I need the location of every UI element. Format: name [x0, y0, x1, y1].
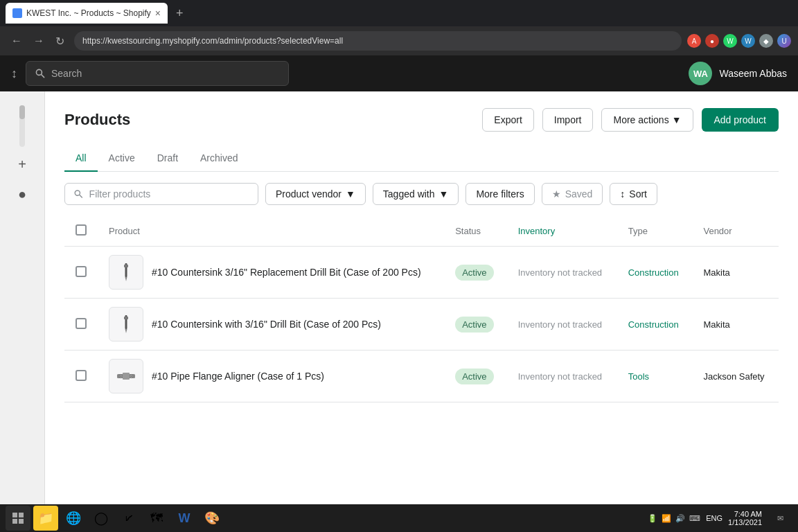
word-icon[interactable]: W — [741, 34, 755, 48]
product-name[interactable]: #10 Pipe Flange Aligner (Case of 1 Pcs) — [152, 371, 324, 382]
tabs-bar: All Active Draft Archived — [64, 145, 779, 172]
row-type-cell: Tools — [617, 351, 693, 402]
sidebar: + ● — [0, 91, 45, 504]
tagged-with-filter-button[interactable]: Tagged with ▼ — [373, 183, 459, 205]
search-placeholder: Search — [51, 68, 82, 79]
row-type-cell: Construction — [617, 247, 693, 299]
browser-tab[interactable]: KWEST Inc. ~ Products ~ Shopify × — [6, 3, 168, 24]
table-row: #10 Countersink 3/16" Replacement Drill … — [64, 247, 779, 299]
close-tab-button[interactable]: × — [155, 8, 161, 19]
col-header-product: Product — [98, 216, 444, 247]
tab-draft[interactable]: Draft — [146, 145, 189, 172]
sidebar-add-icon[interactable]: + — [14, 152, 30, 177]
vendor-text: Makita — [703, 319, 729, 330]
type-link[interactable]: Construction — [628, 267, 679, 278]
favicon-icon — [12, 8, 22, 18]
profile-icon[interactable]: U — [777, 34, 791, 48]
tab-archived[interactable]: Archived — [189, 145, 249, 172]
row-inventory-cell: Inventory not tracked — [507, 247, 617, 299]
product-thumbnail — [109, 359, 143, 393]
vendor-text: Jackson Safety — [703, 371, 764, 382]
row-status-cell: Active — [444, 351, 507, 402]
more-actions-button[interactable]: More actions ▼ — [601, 108, 693, 132]
abp-icon[interactable]: A — [687, 34, 701, 48]
filter-search-container[interactable] — [64, 183, 258, 205]
addon-icon[interactable]: ● — [705, 34, 719, 48]
whatsapp-icon[interactable]: W — [723, 34, 737, 48]
forward-button[interactable]: → — [29, 32, 48, 51]
sidebar-scrollbar[interactable] — [19, 105, 25, 147]
row-status-cell: Active — [444, 247, 507, 299]
search-icon — [73, 188, 84, 200]
row-checkbox[interactable] — [76, 318, 87, 329]
export-button[interactable]: Export — [482, 108, 533, 132]
product-thumbnail — [109, 255, 143, 290]
product-vendor-label: Product vendor — [276, 188, 342, 200]
svg-rect-5 — [124, 317, 128, 319]
product-name[interactable]: #10 Countersink with 3/16" Drill Bit (Ca… — [152, 319, 381, 330]
col-header-vendor: Vendor — [692, 216, 779, 247]
row-vendor-cell: Makita — [692, 247, 779, 299]
product-name[interactable]: #10 Countersink 3/16" Replacement Drill … — [152, 267, 421, 278]
extension-icon[interactable]: ◆ — [759, 34, 773, 48]
chevron-down-icon: ▼ — [346, 188, 355, 200]
table-row: #10 Countersink with 3/16" Drill Bit (Ca… — [64, 299, 779, 351]
address-text: https://kwestsourcing.myshopify.com/admi… — [82, 36, 343, 46]
address-bar[interactable]: https://kwestsourcing.myshopify.com/admi… — [74, 31, 682, 51]
new-tab-button[interactable]: + — [172, 6, 188, 21]
select-all-checkbox[interactable] — [76, 224, 87, 236]
chevron-down-icon: ▼ — [672, 114, 682, 125]
row-status-cell: Active — [444, 299, 507, 351]
shopify-search-bar[interactable]: Search — [26, 61, 289, 86]
page-header: Products Export Import More actions ▼ Ad… — [64, 108, 779, 132]
status-badge: Active — [455, 369, 493, 384]
main-layout: + ● Products Export Import More actions … — [0, 91, 798, 504]
username: Waseem Abbas — [719, 68, 787, 79]
row-inventory-cell: Inventory not tracked — [507, 299, 617, 351]
search-icon — [35, 68, 46, 79]
tab-active[interactable]: Active — [98, 145, 146, 172]
saved-button[interactable]: ★ Saved — [542, 183, 603, 205]
row-inventory-cell: Inventory not tracked — [507, 351, 617, 402]
row-product-cell: #10 Pipe Flange Aligner (Case of 1 Pcs) — [98, 351, 444, 402]
user-avatar[interactable]: WA — [689, 62, 712, 85]
row-checkbox-cell — [64, 351, 98, 402]
type-link[interactable]: Construction — [628, 319, 679, 330]
shopify-nav: ↕ Search WA Waseem Abbas — [0, 55, 798, 91]
main-content: Products Export Import More actions ▼ Ad… — [45, 91, 798, 504]
import-button[interactable]: Import — [542, 108, 594, 132]
products-table: Product Status Inventory Type Vendor — [64, 216, 779, 402]
more-filters-button[interactable]: More filters — [466, 183, 534, 205]
svg-rect-11 — [123, 373, 130, 380]
type-link[interactable]: Tools — [628, 371, 649, 382]
row-checkbox[interactable] — [76, 370, 87, 381]
product-vendor-filter-button[interactable]: Product vendor ▼ — [265, 183, 366, 205]
nav-toggle-icon[interactable]: ↕ — [11, 66, 17, 81]
tab-title: KWEST Inc. ~ Products ~ Shopify — [26, 8, 151, 18]
row-type-cell: Construction — [617, 299, 693, 351]
back-button[interactable]: ← — [7, 32, 26, 51]
row-vendor-cell: Jackson Safety — [692, 351, 779, 402]
sort-button[interactable]: ↕ Sort — [610, 183, 657, 205]
svg-point-10 — [131, 375, 132, 377]
col-header-status: Status — [444, 216, 507, 247]
inventory-text: Inventory not tracked — [518, 267, 602, 278]
add-product-button[interactable]: Add product — [702, 108, 779, 132]
product-thumbnail — [109, 307, 143, 342]
vendor-text: Makita — [703, 267, 729, 278]
page-title: Products — [64, 111, 130, 129]
row-vendor-cell: Makita — [692, 299, 779, 351]
refresh-button[interactable]: ↻ — [51, 32, 69, 51]
inventory-text: Inventory not tracked — [518, 319, 602, 330]
tab-all[interactable]: All — [64, 145, 98, 172]
address-bar-row: ← → ↻ https://kwestsourcing.myshopify.co… — [0, 26, 798, 55]
filter-products-input[interactable] — [89, 188, 249, 200]
row-checkbox[interactable] — [76, 266, 87, 277]
sort-label: Sort — [629, 188, 647, 200]
sidebar-scroll-thumb — [19, 105, 25, 119]
sidebar-view-icon[interactable]: ● — [14, 182, 30, 206]
svg-marker-1 — [125, 277, 127, 281]
status-badge: Active — [455, 265, 493, 281]
saved-label: Saved — [565, 188, 593, 200]
nav-arrows: ← → ↻ — [7, 32, 69, 51]
